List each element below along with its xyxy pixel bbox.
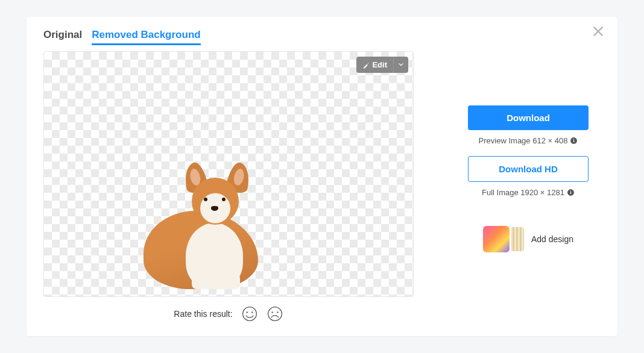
close-button[interactable] — [592, 25, 607, 40]
thumbs-down-frown-icon[interactable] — [267, 305, 283, 322]
download-button[interactable]: Download — [468, 105, 589, 130]
svg-point-2 — [251, 311, 253, 313]
preview-size-caption: Preview Image 612 × 408 i — [479, 136, 578, 145]
svg-point-4 — [271, 311, 273, 313]
image-preview: Edit — [43, 51, 414, 297]
close-icon — [592, 25, 604, 37]
edit-button-label: Edit — [372, 60, 387, 69]
editor-card: Original Removed Background Edit — [27, 17, 617, 336]
full-size-caption: Full Image 1920 × 1281 i — [482, 188, 575, 197]
rate-row: Rate this result: — [174, 305, 283, 322]
actions-column: Download Preview Image 612 × 408 i Downl… — [456, 51, 601, 322]
preview-size-text: Preview Image 612 × 408 — [479, 136, 568, 145]
svg-point-1 — [246, 311, 247, 313]
svg-text:i: i — [570, 190, 571, 195]
wand-icon — [362, 61, 370, 69]
design-thumbnail — [483, 226, 524, 252]
rate-label: Rate this result: — [174, 309, 232, 319]
svg-text:i: i — [573, 138, 575, 143]
edit-dropdown-button[interactable] — [393, 57, 408, 73]
download-hd-button[interactable]: Download HD — [468, 156, 589, 182]
tabs: Original Removed Background — [43, 29, 601, 45]
preview-column: Edit — [43, 51, 414, 322]
add-design-label: Add design — [531, 234, 573, 244]
tab-original[interactable]: Original — [43, 29, 82, 45]
result-image — [137, 163, 270, 289]
add-design-button[interactable]: Add design — [483, 226, 573, 252]
svg-point-5 — [277, 311, 278, 313]
thumbs-up-smile-icon[interactable] — [241, 305, 258, 322]
edit-button[interactable]: Edit — [356, 57, 393, 73]
full-size-text: Full Image 1920 × 1281 — [482, 188, 564, 197]
chevron-down-icon — [398, 61, 404, 67]
edit-button-group: Edit — [356, 57, 408, 73]
svg-point-3 — [268, 307, 282, 321]
info-icon[interactable]: i — [570, 137, 578, 145]
tab-removed-background[interactable]: Removed Background — [92, 29, 200, 45]
content-row: Edit — [43, 51, 601, 322]
info-icon[interactable]: i — [567, 189, 575, 196]
svg-point-0 — [242, 307, 256, 321]
